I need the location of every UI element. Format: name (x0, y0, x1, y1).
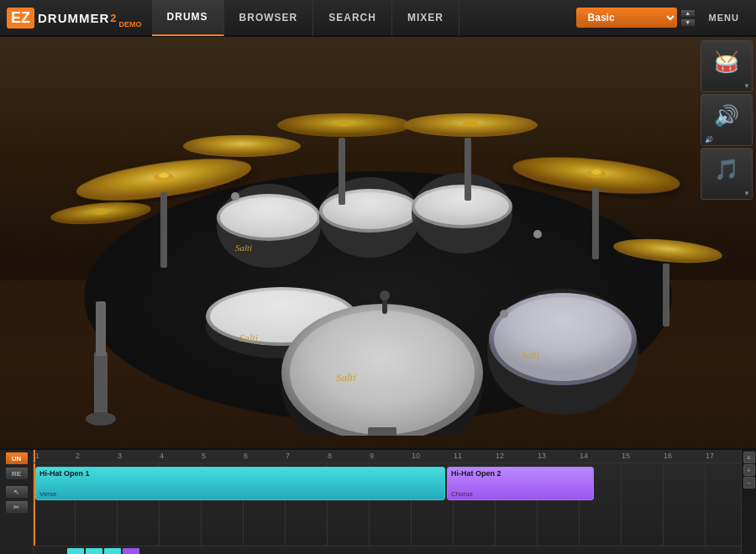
instrument-panel-3[interactable]: 🎵 ▼ (701, 148, 753, 200)
ruler-mark-14: 14 (580, 452, 588, 460)
seq-zoom-out[interactable]: − (743, 477, 755, 489)
svg-rect-24 (94, 352, 108, 419)
svg-point-4 (336, 120, 353, 127)
svg-point-7 (591, 170, 601, 175)
track-2-sublabel: Chorus (451, 490, 590, 498)
track-block-chorus[interactable]: Hi-Hat Open 2 Chorus (447, 467, 594, 500)
seq-zoom-in[interactable]: + (743, 464, 755, 476)
drum-kit-visual: Salti Salti Salti Salti (0, 37, 756, 448)
logo-drummer: DRUMMER (38, 11, 109, 25)
tab-mixer[interactable]: MIXER (392, 0, 459, 36)
tab-search[interactable]: SEARCH (313, 0, 392, 36)
tab-drums[interactable]: DRUMS (152, 0, 224, 36)
svg-rect-30 (339, 138, 345, 205)
track-2-label: Hi-Hat Open 2 (451, 469, 590, 478)
tab-browser[interactable]: BROWSER (224, 0, 314, 36)
svg-point-34 (231, 192, 239, 201)
mini-block-4[interactable] (123, 548, 139, 555)
timeline-area: UN RE ↖ ✂ 1 2 3 4 5 6 7 8 9 10 11 12 13 (0, 450, 756, 554)
svg-point-25 (86, 412, 116, 426)
logo-version: 2 (110, 12, 116, 24)
preset-down-button[interactable]: ▼ (680, 18, 696, 27)
playhead[interactable] (34, 450, 35, 463)
mini-pattern-blocks (34, 546, 741, 554)
svg-point-14 (415, 188, 509, 225)
cymbal-left-small[interactable] (183, 135, 301, 157)
preset-selector[interactable]: Basic Rock Jazz Metal (576, 8, 677, 28)
seq-scroll-up[interactable]: ≡ (743, 452, 755, 463)
logo-demo-badge: DEMO (119, 20, 142, 29)
preset-area: Basic Rock Jazz Metal ▲ ▼ MENU (576, 0, 749, 36)
mini-block-2[interactable] (86, 548, 102, 555)
panel-1-arrow: ▼ (743, 82, 750, 90)
svg-rect-31 (465, 138, 471, 201)
ruler-mark-10: 10 (412, 452, 420, 460)
left-controls: UN RE ↖ ✂ (0, 450, 34, 554)
ruler-mark-2: 2 (76, 452, 80, 460)
tracks-area: Hi-Hat Open 1 Verse Hi-Hat Open 2 Chorus (34, 463, 741, 546)
track-1-label: Hi-Hat Open 1 (39, 469, 441, 478)
ruler-mark-5: 5 (202, 452, 206, 460)
ruler-mark-8: 8 (328, 452, 332, 460)
app-logo: EZ DRUMMER 2 DEMO (7, 8, 142, 29)
select-tool-button[interactable]: ↖ (5, 485, 29, 499)
ruler-mark-17: 17 (706, 452, 714, 460)
svg-rect-29 (160, 192, 167, 268)
svg-point-12 (323, 192, 417, 229)
svg-rect-26 (96, 301, 106, 356)
svg-text:Salti: Salti (336, 371, 356, 384)
ruler-mark-15: 15 (622, 452, 630, 460)
ruler-mark-16: 16 (664, 452, 672, 460)
svg-point-35 (533, 230, 542, 238)
svg-text:Salti: Salti (239, 332, 258, 344)
track-block-verse[interactable]: Hi-Hat Open 1 Verse (35, 467, 445, 500)
menu-button[interactable]: MENU (699, 0, 749, 36)
mini-block-3[interactable] (104, 548, 121, 555)
panel-2-image: 🔊 (701, 95, 752, 137)
ruler-mark-9: 9 (370, 452, 374, 460)
bottom-section: UN RE ↖ ✂ 1 2 3 4 5 6 7 8 9 10 11 12 13 (0, 448, 756, 554)
preset-up-button[interactable]: ▲ (680, 9, 696, 18)
ruler-mark-11: 11 (454, 452, 462, 460)
ruler-mark-1: 1 (35, 452, 39, 460)
undo-button[interactable]: UN (5, 452, 29, 465)
ruler-mark-3: 3 (118, 452, 122, 460)
drum-kit-svg: Salti Salti Salti Salti (34, 50, 722, 436)
ruler-mark-7: 7 (286, 452, 290, 460)
timeline-ruler: 1 2 3 4 5 6 7 8 9 10 11 12 13 14 15 16 1… (34, 450, 741, 463)
instrument-panel-2[interactable]: 🔊 🔊 (701, 94, 753, 146)
ruler-mark-6: 6 (244, 452, 248, 460)
svg-point-2 (159, 173, 169, 178)
svg-point-22 (494, 297, 632, 381)
seq-scroll-controls: ≡ + − (741, 450, 756, 554)
svg-point-38 (380, 290, 390, 301)
svg-point-3 (94, 208, 108, 215)
ruler-mark-4: 4 (160, 452, 164, 460)
svg-point-36 (500, 310, 508, 318)
track-1-sublabel: Verse (39, 490, 441, 498)
tracks-playhead (34, 463, 35, 546)
cut-tool-button[interactable]: ✂ (5, 500, 29, 514)
sequencer-main: 1 2 3 4 5 6 7 8 9 10 11 12 13 14 15 16 1… (34, 450, 741, 554)
svg-text:Salti: Salti (521, 349, 539, 361)
ruler-mark-13: 13 (538, 452, 546, 460)
svg-text:Salti: Salti (235, 243, 252, 253)
ruler-mark-12: 12 (496, 452, 504, 460)
svg-rect-28 (368, 427, 396, 436)
panel-3-image: 🎵 (701, 149, 752, 191)
svg-point-5 (462, 120, 479, 127)
top-bar: EZ DRUMMER 2 DEMO DRUMS BROWSER SEARCH M… (0, 0, 756, 37)
svg-point-9 (220, 197, 318, 238)
logo-ez: EZ (7, 8, 34, 29)
svg-rect-32 (592, 188, 599, 259)
svg-rect-33 (663, 264, 669, 327)
instrument-panel-1[interactable]: 🥁 ▼ (701, 40, 753, 92)
svg-point-19 (290, 311, 475, 435)
panel-3-arrow: ▼ (743, 190, 750, 197)
redo-button[interactable]: RE (5, 467, 29, 480)
instrument-panels: 🥁 ▼ 🔊 🔊 🎵 ▼ (697, 37, 756, 203)
preset-arrows: ▲ ▼ (680, 9, 696, 27)
panel-2-sound-icon: 🔊 (705, 136, 713, 144)
drum-kit-area: Salti Salti Salti Salti (0, 37, 756, 448)
mini-block-1[interactable] (67, 548, 84, 555)
